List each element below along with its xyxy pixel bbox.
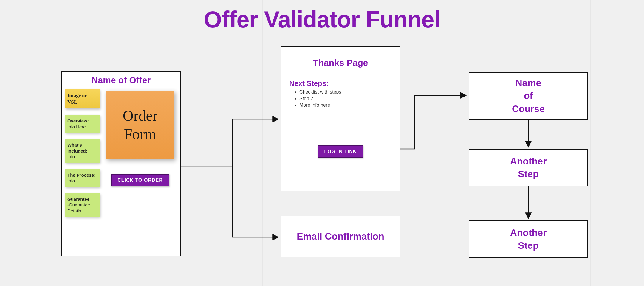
offer-box: Name of Offer Image or VSL Overview: Inf… — [61, 72, 181, 256]
process-text: Info — [67, 178, 75, 183]
next-step-item: Step 2 — [299, 96, 392, 101]
order-form-sticky: Order Form — [106, 91, 174, 159]
image-or-vsl-sticky: Image or VSL — [65, 89, 100, 108]
course-line: Course — [512, 103, 545, 114]
overview-sticky: Overview: Info Here — [65, 115, 100, 133]
process-label: The Process: — [67, 172, 95, 178]
guarantee-sticky: Guarantee -Guarantee Details — [65, 193, 100, 217]
step-line: Step — [518, 169, 538, 179]
offer-right-column: Order Form CLICK TO ORDER — [103, 89, 177, 186]
thanks-box: Thanks Page Next Steps: Checklist with s… — [281, 46, 400, 191]
thanks-heading: Thanks Page — [289, 58, 392, 68]
login-link-button[interactable]: LOG-IN LINK — [318, 145, 363, 158]
next-steps-list: Checklist with steps Step 2 More info he… — [289, 89, 392, 108]
overview-text: Info Here — [67, 124, 86, 129]
course-line: Name — [515, 77, 541, 88]
click-to-order-button[interactable]: CLICK TO ORDER — [111, 174, 169, 186]
guarantee-text: -Guarantee Details — [67, 202, 90, 213]
process-sticky: The Process: Info — [65, 169, 100, 187]
offer-heading: Name of Offer — [65, 75, 177, 85]
step-line: Another — [510, 156, 547, 167]
course-line: of — [524, 90, 533, 101]
included-text: Info — [67, 154, 75, 159]
guarantee-label: Guarantee — [67, 197, 89, 202]
included-sticky: What's Included: Info — [65, 139, 100, 163]
included-label: What's Included: — [67, 142, 87, 153]
another-step-box-1: Another Step — [469, 149, 588, 186]
step-line: Step — [518, 240, 538, 251]
next-step-item: More info here — [299, 102, 392, 108]
login-button-wrap: LOG-IN LINK — [281, 145, 400, 158]
offer-left-column: Image or VSL Overview: Info Here What's … — [65, 89, 98, 217]
step-label-lines: Another Step — [510, 226, 547, 252]
next-step-item: Checklist with steps — [299, 89, 392, 95]
another-step-box-2: Another Step — [469, 220, 588, 258]
diagram-canvas: Offer Validator Funnel Name of Offer Ima… — [0, 0, 644, 286]
offer-columns: Image or VSL Overview: Info Here What's … — [65, 89, 177, 217]
diagram-title: Offer Validator Funnel — [0, 6, 644, 33]
step-label-lines: Another Step — [510, 155, 547, 181]
course-label-lines: Name of Course — [512, 77, 545, 115]
email-confirmation-box: Email Confirmation — [281, 216, 400, 257]
email-confirmation-label: Email Confirmation — [297, 230, 384, 243]
overview-label: Overview: — [67, 118, 89, 123]
next-steps-label: Next Steps: — [289, 79, 392, 88]
step-line: Another — [510, 227, 547, 238]
course-box: Name of Course — [469, 72, 588, 120]
